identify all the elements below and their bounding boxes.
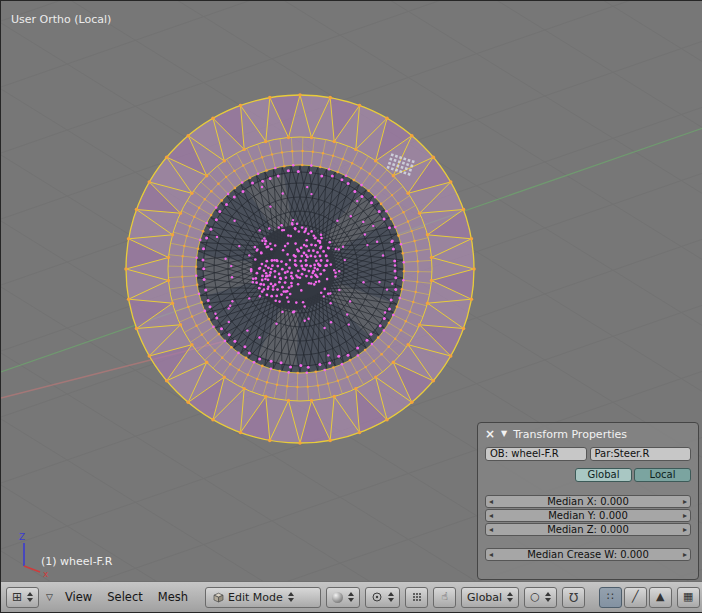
occlude-button[interactable]: ▦ (677, 587, 700, 608)
local-button[interactable]: Local (634, 468, 691, 482)
viewport-header: ⊞ ▽ View Select Mesh Edit Mode (1, 581, 702, 612)
dropdown-arrows-icon (27, 592, 33, 602)
pivot-dropdown[interactable] (365, 587, 400, 608)
median-z-slider[interactable]: ◂ Median Z: 0.000 ▸ (485, 523, 691, 536)
space-toggle-row: Global Local (485, 468, 691, 482)
proportional-dropdown[interactable]: ○ (524, 587, 557, 608)
collapse-menus-button[interactable]: ▽ (44, 587, 55, 608)
crease-row: ◂ Median Crease W: 0.000 ▸ (485, 548, 691, 561)
collapse-triangle-icon: ▽ (46, 592, 53, 602)
transform-properties-panel[interactable]: × ▼ Transform Properties OB: wheel-F.R P… (477, 422, 699, 580)
magnet-icon: Ω (569, 591, 578, 603)
slider-right-arrow-icon[interactable]: ▸ (683, 549, 687, 560)
z-axis-label: Z (19, 532, 25, 542)
shading-sphere-icon (332, 592, 343, 603)
face-mode-icon: ▲ (656, 591, 664, 603)
menu-view[interactable]: View (60, 590, 97, 604)
slider-right-arrow-icon[interactable]: ▸ (683, 510, 687, 521)
editor-type-button[interactable]: ⊞ (6, 587, 39, 608)
median-x-slider[interactable]: ◂ Median X: 0.000 ▸ (485, 495, 691, 508)
slider-right-arrow-icon[interactable]: ▸ (683, 524, 687, 535)
vertex-mode-icon: ∷ (607, 591, 614, 603)
view-orientation-label: User Ortho (Local) (11, 13, 111, 26)
x-axis-label: x (43, 569, 49, 579)
object-name-label: (1) wheel-F.R (41, 555, 112, 568)
edge-mode-icon: ╱ (632, 591, 639, 603)
panel-close-icon[interactable]: × (485, 427, 495, 441)
blender-window: User Ortho (Local) Z x (1) wheel-F.R × ▼… (0, 0, 702, 613)
dropdown-arrows-icon (545, 592, 551, 602)
pivot-center-icon (371, 591, 383, 603)
3d-viewport[interactable]: User Ortho (Local) Z x (1) wheel-F.R × ▼… (1, 1, 702, 583)
mode-dropdown[interactable]: Edit Mode (205, 587, 321, 608)
median-y-slider[interactable]: ◂ Median Y: 0.000 ▸ (485, 509, 691, 522)
median-sliders: ◂ Median X: 0.000 ▸ ◂ Median Y: 0.000 ▸ … (485, 495, 691, 536)
editor-type-grid-icon: ⊞ (12, 591, 22, 603)
x-axis-line (24, 566, 40, 572)
median-y-value: Median Y: 0.000 (493, 510, 683, 521)
shading-dropdown[interactable] (326, 587, 360, 608)
mode-label: Edit Mode (228, 591, 283, 604)
name-fields-row: OB: wheel-F.R Par:Steer.R (485, 447, 691, 461)
panel-title: Transform Properties (513, 428, 627, 441)
face-select-button[interactable]: ▲ (649, 587, 672, 608)
median-x-value: Median X: 0.000 (493, 496, 683, 507)
occlude-geometry-icon: ▦ (683, 591, 693, 603)
panel-header: × ▼ Transform Properties (485, 426, 691, 442)
slider-right-arrow-icon[interactable]: ▸ (683, 496, 687, 507)
edge-select-button[interactable]: ╱ (624, 587, 647, 608)
median-crease-slider[interactable]: ◂ Median Crease W: 0.000 ▸ (485, 548, 691, 561)
global-button[interactable]: Global (575, 468, 632, 482)
vertex-select-button[interactable]: ∷ (599, 587, 622, 608)
snap-button[interactable]: Ω (562, 587, 585, 608)
manipulator-button[interactable] (405, 587, 428, 608)
orientation-dropdown[interactable]: Global (461, 587, 519, 608)
editmode-cube-icon (212, 591, 225, 604)
ob-name-field[interactable]: OB: wheel-F.R (485, 447, 587, 461)
dropdown-arrows-icon (507, 592, 513, 602)
dropdown-arrows-icon (348, 592, 354, 602)
proportional-circle-icon: ○ (530, 591, 540, 603)
menu-mesh[interactable]: Mesh (153, 590, 193, 604)
dropdown-arrows-icon (388, 592, 394, 602)
median-crease-value: Median Crease W: 0.000 (493, 549, 683, 560)
hand-icon: ☝ (441, 591, 448, 603)
dropdown-arrows-icon (288, 592, 294, 602)
orientation-label: Global (467, 591, 502, 604)
widget-hand-button[interactable]: ☝ (433, 587, 456, 608)
select-mode-group: ∷ ╱ ▲ (599, 587, 672, 608)
menu-select[interactable]: Select (102, 590, 147, 604)
manipulator-dots-icon (412, 593, 421, 602)
median-z-value: Median Z: 0.000 (493, 524, 683, 535)
panel-collapse-icon[interactable]: ▼ (501, 427, 507, 441)
parent-name-field[interactable]: Par:Steer.R (590, 447, 692, 461)
